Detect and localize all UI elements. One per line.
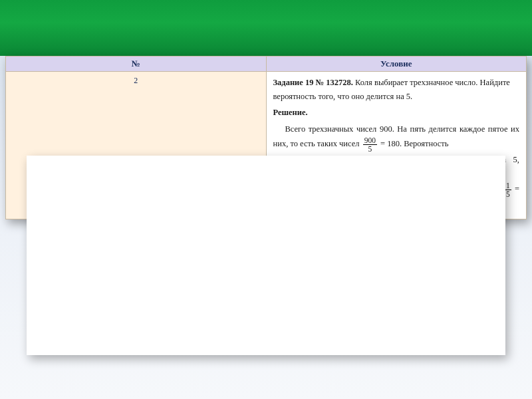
sol-p1b: = 180. Вероятность [378, 139, 449, 148]
blank-panel [27, 156, 505, 355]
task-label: Задание 19 № 132728. [273, 78, 353, 87]
fraction-900-5: 9005 [363, 136, 377, 153]
col-header-number: № [6, 57, 267, 72]
col-header-condition: Условие [266, 57, 527, 72]
fraction-1-5: 15 [505, 182, 511, 198]
table-header-row: № Условие [6, 57, 527, 72]
task-line: Задание 19 № 132728. Коля выбирает трехз… [273, 76, 520, 104]
solution-line-1: Всего трехзначных чисел 900. На пять дел… [273, 122, 520, 153]
header-band [0, 0, 532, 56]
solution-title: Решение. [273, 106, 520, 120]
